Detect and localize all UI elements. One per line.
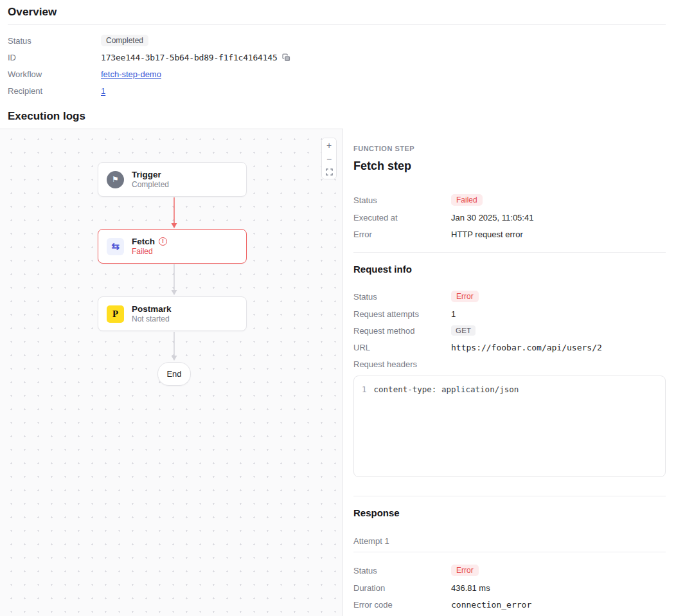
copy-icon[interactable] (282, 53, 290, 62)
fetch-node-status: Failed (132, 247, 167, 257)
request-attempts-row: Request attempts 1 (353, 309, 666, 319)
divider (353, 496, 666, 496)
fit-view-icon (326, 168, 333, 176)
zoom-in-button[interactable]: + (322, 138, 336, 152)
attempt-label: Attempt 1 (353, 536, 666, 546)
status-label: Status (8, 36, 101, 46)
step-detail-panel: FUNCTION STEP Fetch step Status Failed E… (343, 129, 676, 616)
trigger-node[interactable]: ⚑ Trigger Completed (98, 162, 247, 197)
overview-workflow-row: Workflow fetch-step-demo (8, 66, 666, 82)
canvas-zoom-controls: + − (321, 138, 337, 179)
step-status-label: Status (353, 195, 451, 205)
postmark-node[interactable]: P Postmark Not started (98, 296, 247, 331)
request-headers-code-block: 1 content-type: application/json (353, 376, 666, 477)
step-error-value: HTTP request error (451, 230, 523, 239)
step-detail-title: Fetch step (353, 159, 666, 173)
swap-arrows-icon: ⇆ (107, 238, 124, 255)
workflow-canvas[interactable]: ⚑ Trigger Completed ⇆ Fetch ! Failed P P… (0, 129, 343, 616)
edge-postmark-end-arrowhead (172, 356, 177, 361)
zoom-out-button[interactable]: − (322, 152, 336, 165)
step-error-row: Error HTTP request error (353, 229, 666, 239)
request-method-label: Request method (353, 326, 451, 336)
request-headers-label: Request headers (353, 359, 451, 369)
fetch-node[interactable]: ⇆ Fetch ! Failed (98, 229, 247, 264)
postmark-node-title: Postmark (132, 303, 172, 314)
recipient-link[interactable]: 1 (101, 86, 105, 96)
request-info-title: Request info (353, 264, 666, 275)
overview-id-row: ID 173ee144-3b17-5b64-bd89-f1f1c4164145 (8, 49, 666, 66)
fetch-node-title-text: Fetch (132, 236, 155, 247)
executed-at-value: Jan 30 2025, 11:05:41 (451, 213, 533, 222)
execution-logs-body: ⚑ Trigger Completed ⇆ Fetch ! Failed P P… (0, 129, 676, 616)
response-error-code-label: Error code (353, 600, 451, 610)
step-type-eyebrow: FUNCTION STEP (353, 145, 666, 152)
step-status-badge: Failed (451, 194, 483, 206)
response-status-badge: Error (451, 565, 479, 576)
end-node: End (157, 362, 191, 386)
response-duration-label: Duration (353, 583, 451, 593)
request-headers-row: Request headers (353, 359, 666, 369)
recipient-label: Recipient (8, 86, 101, 96)
executed-at-label: Executed at (353, 213, 451, 222)
request-attempts-value: 1 (451, 309, 456, 319)
trigger-node-title: Trigger (132, 169, 169, 180)
error-indicator-icon: ! (159, 237, 167, 246)
workflow-label: Workflow (8, 69, 101, 79)
request-url-value: https://foobar.com/api/users/2 (451, 343, 602, 352)
postmark-icon: P (107, 305, 124, 323)
flag-icon: ⚑ (107, 171, 124, 188)
id-value: 173ee144-3b17-5b64-bd89-f1f1c4164145 (101, 53, 278, 62)
trigger-node-status: Completed (132, 180, 169, 190)
request-url-label: URL (353, 343, 451, 352)
edge-trigger-fetch-arrowhead (172, 223, 177, 228)
request-status-row: Status Error (353, 291, 666, 302)
request-url-row: URL https://foobar.com/api/users/2 (353, 342, 666, 352)
divider (353, 252, 666, 253)
overview-title: Overview (8, 0, 666, 25)
id-label: ID (8, 53, 101, 62)
code-line-number: 1 (362, 385, 367, 468)
response-duration-value: 436.81 ms (451, 583, 490, 593)
response-error-code-row: Error code connection_error (353, 599, 666, 610)
step-status-row: Status Failed (353, 194, 666, 206)
request-method-badge: GET (451, 325, 476, 336)
divider (353, 552, 666, 552)
workflow-link[interactable]: fetch-step-demo (101, 69, 161, 79)
fit-view-button[interactable] (322, 165, 336, 179)
response-status-row: Status Error (353, 565, 666, 576)
executed-at-row: Executed at Jan 30 2025, 11:05:41 (353, 212, 666, 222)
code-line-text: content-type: application/json (374, 385, 519, 468)
edge-fetch-postmark-arrowhead (172, 290, 177, 295)
overview-section: Overview Status Completed ID 173ee144-3b… (0, 0, 676, 129)
response-duration-row: Duration 436.81 ms (353, 583, 666, 593)
request-status-label: Status (353, 292, 451, 302)
fetch-node-title: Fetch ! (132, 236, 167, 247)
response-title: Response (353, 507, 666, 518)
request-attempts-label: Request attempts (353, 309, 451, 319)
response-status-label: Status (353, 566, 451, 575)
status-badge: Completed (101, 35, 148, 46)
request-status-badge: Error (451, 291, 479, 302)
step-error-label: Error (353, 230, 451, 239)
response-error-code-value: connection_error (451, 600, 531, 610)
execution-logs-title: Execution logs (8, 110, 666, 129)
overview-recipient-row: Recipient 1 (8, 82, 666, 99)
overview-status-row: Status Completed (8, 32, 666, 49)
request-method-row: Request method GET (353, 325, 666, 336)
postmark-node-status: Not started (132, 314, 172, 324)
